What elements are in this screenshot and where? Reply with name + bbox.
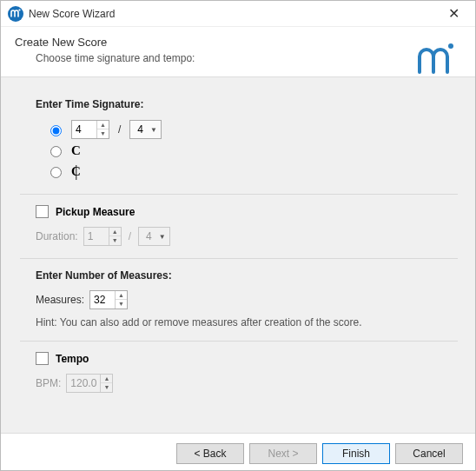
app-icon bbox=[8, 6, 23, 22]
tempo-checkbox[interactable] bbox=[36, 352, 49, 365]
page-subtitle: Choose time signature and tempo: bbox=[15, 52, 461, 64]
next-button: Next > bbox=[249, 443, 317, 464]
time-sig-numerator-spin[interactable]: ▲▼ bbox=[71, 120, 109, 139]
time-sig-numerator-input[interactable] bbox=[72, 123, 96, 136]
close-icon[interactable]: ✕ bbox=[440, 3, 468, 23]
measures-label: Measures: bbox=[36, 294, 84, 306]
time-signature-custom-radio[interactable]: ▲▼ / 4 ▼ bbox=[46, 119, 458, 140]
divider bbox=[20, 258, 458, 259]
bpm-spin: ▲▼ bbox=[66, 374, 113, 393]
divider bbox=[20, 341, 458, 342]
time-sig-denominator-value: 4 bbox=[137, 123, 143, 136]
pickup-numerator-input bbox=[84, 230, 109, 242]
titlebar: New Score Wizard ✕ bbox=[1, 1, 475, 27]
radio-common[interactable] bbox=[50, 146, 62, 157]
pickup-duration-row: Duration: ▲▼ / 4 ▼ bbox=[36, 227, 458, 246]
pickup-numerator-spin: ▲▼ bbox=[83, 227, 122, 246]
measures-row: Measures: ▲▼ bbox=[36, 290, 458, 309]
measures-title: Enter Number of Measures: bbox=[36, 269, 458, 282]
back-button[interactable]: < Back bbox=[176, 443, 244, 464]
content-area: Enter Time Signature: ▲▼ / 4 ▼ C C| Pick… bbox=[1, 77, 475, 434]
slash: / bbox=[118, 123, 121, 136]
radio-cut[interactable] bbox=[50, 167, 62, 178]
time-signature-common-radio[interactable]: C bbox=[46, 140, 458, 161]
measures-spin[interactable]: ▲▼ bbox=[89, 290, 128, 309]
svg-point-2 bbox=[448, 43, 453, 49]
finish-button[interactable]: Finish bbox=[322, 443, 390, 464]
slash: / bbox=[129, 230, 131, 242]
pickup-denominator-combo: 4 ▼ bbox=[138, 227, 170, 246]
pickup-denominator-value: 4 bbox=[146, 230, 152, 242]
spin-buttons[interactable]: ▲▼ bbox=[96, 121, 109, 138]
header: Create New Score Choose time signature a… bbox=[1, 27, 475, 77]
measures-hint: Hint: You can also add or remove measure… bbox=[36, 316, 458, 328]
spin-buttons: ▲▼ bbox=[109, 228, 121, 245]
pickup-duration-label: Duration: bbox=[36, 230, 78, 242]
time-signature-cut-radio[interactable]: C| bbox=[46, 161, 458, 182]
measures-input[interactable] bbox=[90, 294, 115, 306]
cancel-button[interactable]: Cancel bbox=[395, 443, 463, 464]
radio-custom[interactable] bbox=[50, 125, 62, 136]
musescore-logo-icon bbox=[416, 41, 456, 74]
pickup-title: Pickup Measure bbox=[56, 206, 135, 218]
cut-time-icon: C| bbox=[71, 164, 81, 179]
bpm-input bbox=[67, 377, 100, 389]
svg-point-1 bbox=[18, 9, 20, 10]
tempo-checkbox-row[interactable]: Tempo bbox=[36, 352, 458, 365]
bpm-label: BPM: bbox=[36, 377, 61, 389]
tempo-title: Tempo bbox=[56, 353, 89, 365]
page-title: Create New Score bbox=[15, 36, 461, 49]
chevron-down-icon: ▼ bbox=[159, 233, 166, 241]
time-signature-title: Enter Time Signature: bbox=[36, 98, 458, 110]
divider bbox=[20, 194, 458, 195]
spin-buttons[interactable]: ▲▼ bbox=[115, 291, 127, 308]
tempo-bpm-row: BPM: ▲▼ bbox=[36, 374, 458, 393]
chevron-down-icon: ▼ bbox=[150, 126, 157, 134]
pickup-checkbox[interactable] bbox=[36, 205, 49, 218]
pickup-measure-checkbox-row[interactable]: Pickup Measure bbox=[36, 205, 458, 218]
footer: < Back Next > Finish Cancel bbox=[1, 434, 475, 471]
common-time-icon: C bbox=[71, 143, 81, 158]
window-title: New Score Wizard bbox=[29, 8, 115, 20]
spin-buttons: ▲▼ bbox=[100, 375, 112, 392]
svg-point-0 bbox=[8, 6, 23, 22]
time-sig-denominator-combo[interactable]: 4 ▼ bbox=[129, 120, 162, 139]
